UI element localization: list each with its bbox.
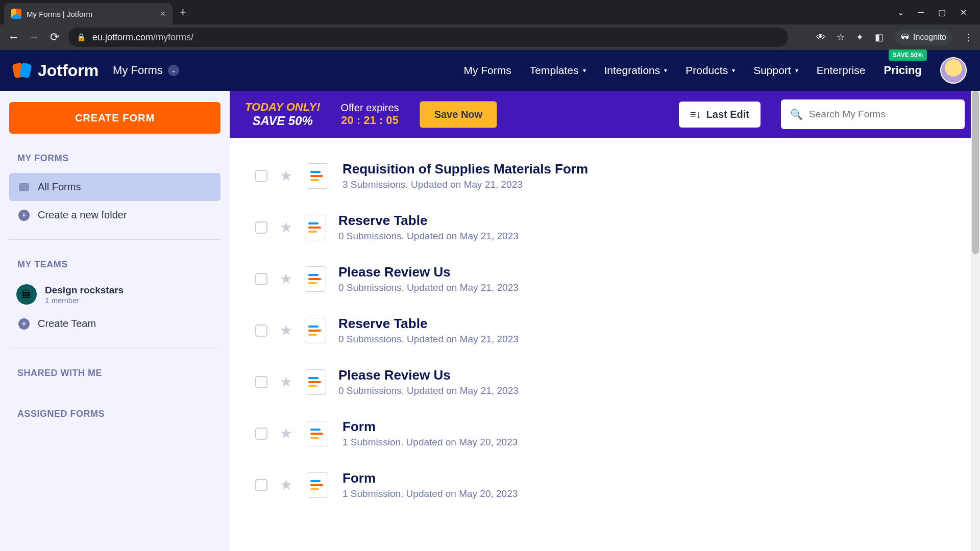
chrome-menu-icon[interactable]: ⋮ — [964, 32, 973, 43]
folder-icon — [18, 182, 30, 193]
nav-templates[interactable]: Templates▾ — [530, 64, 586, 77]
checkbox[interactable] — [255, 479, 267, 491]
reload-icon[interactable]: ⟳ — [48, 31, 61, 44]
sidebar-item-new-folder[interactable]: + Create a new folder — [9, 201, 220, 229]
star-icon[interactable]: ★ — [280, 219, 292, 236]
form-list: ★Requisition of Supplies Materials Form3… — [230, 138, 980, 551]
search-box[interactable]: 🔍 — [781, 99, 965, 129]
bookmark-star-icon[interactable]: ☆ — [837, 32, 845, 43]
side-panel-icon[interactable]: ◧ — [875, 32, 884, 43]
minimize-icon[interactable]: ─ — [918, 8, 924, 17]
form-type-icon — [307, 421, 328, 446]
nav-support[interactable]: Support▾ — [753, 64, 798, 77]
form-meta: 0 Submissions. Updated on May 21, 2023 — [338, 282, 519, 293]
search-input[interactable] — [809, 109, 955, 120]
checkbox[interactable] — [255, 428, 267, 440]
form-row[interactable]: ★Please Review Us0 Submissions. Updated … — [250, 253, 960, 305]
extensions-icon[interactable]: ✦ — [856, 32, 864, 43]
incognito-indicator[interactable]: 🕶 Incognito — [895, 30, 952, 45]
form-type-icon — [305, 369, 326, 395]
tab-search-icon[interactable]: ⌄ — [897, 8, 904, 17]
star-icon[interactable]: ★ — [280, 477, 292, 493]
form-title: Form — [342, 419, 518, 435]
workspace-dropdown[interactable]: My Forms ⌄ — [113, 64, 179, 77]
star-icon[interactable]: ★ — [280, 167, 292, 184]
nav-my-forms[interactable]: My Forms — [463, 64, 511, 77]
sidebar-heading-assigned: ASSIGNED FORMS — [17, 409, 220, 419]
nav-products[interactable]: Products▾ — [685, 64, 735, 77]
checkbox[interactable] — [255, 273, 267, 285]
checkbox[interactable] — [255, 170, 267, 182]
form-meta: 0 Submissions. Updated on May 21, 2023 — [338, 385, 519, 396]
sidebar-item-create-team[interactable]: + Create Team — [9, 310, 220, 338]
form-title: Please Review Us — [338, 367, 519, 383]
chevron-down-icon: ⌄ — [168, 65, 179, 76]
tab-title: My Forms | Jotform — [27, 10, 92, 18]
avatar[interactable] — [940, 57, 967, 84]
form-row[interactable]: ★Please Review Us0 Submissions. Updated … — [250, 356, 960, 408]
form-meta: 1 Submission. Updated on May 20, 2023 — [342, 437, 518, 448]
url-domain: eu.jotform.com — [92, 32, 153, 42]
tab-close-icon[interactable]: × — [160, 9, 165, 19]
nav-integrations[interactable]: Integrations▾ — [604, 64, 668, 77]
sidebar-heading-shared: SHARED WITH ME — [17, 368, 220, 379]
form-meta: 1 Submission. Updated on May 20, 2023 — [342, 488, 518, 499]
sidebar-team-item[interactable]: 🏛 Design rockstars 1 member — [9, 279, 220, 310]
form-row[interactable]: ★Reserve Table0 Submissions. Updated on … — [250, 305, 960, 356]
maximize-icon[interactable]: ▢ — [938, 8, 946, 17]
promo-line2: SAVE 50% — [245, 114, 321, 128]
scrollbar-thumb[interactable] — [972, 91, 979, 254]
form-type-icon — [305, 318, 326, 343]
top-nav: Jotform My Forms ⌄ My Forms Templates▾ I… — [0, 50, 980, 91]
form-title: Requisition of Supplies Materials Form — [342, 161, 588, 177]
sidebar-item-label: Create a new folder — [38, 209, 127, 221]
star-icon[interactable]: ★ — [280, 322, 292, 339]
divider — [9, 239, 220, 240]
sidebar-heading-my-teams: MY TEAMS — [17, 259, 220, 270]
divider — [9, 348, 220, 348]
chevron-down-icon: ▾ — [583, 67, 586, 74]
nav-pricing[interactable]: SAVE 50% Pricing — [884, 64, 922, 77]
close-window-icon[interactable]: ✕ — [960, 8, 967, 17]
team-name: Design rockstars — [45, 285, 124, 296]
search-icon: 🔍 — [790, 108, 803, 120]
form-meta: 3 Submissions. Updated on May 21, 2023 — [342, 179, 588, 190]
scrollbar-track[interactable] — [971, 91, 980, 551]
form-title: Please Review Us — [338, 264, 519, 280]
divider — [9, 389, 220, 389]
star-icon[interactable]: ★ — [280, 373, 292, 390]
back-icon[interactable]: ← — [7, 31, 20, 44]
team-subtitle: 1 member — [45, 296, 124, 305]
save-now-button[interactable]: Save Now — [420, 101, 497, 128]
new-tab-button[interactable]: + — [180, 6, 186, 19]
promo-banner: TODAY ONLY! SAVE 50% Offer expires 20 : … — [230, 91, 980, 138]
nav-enterprise[interactable]: Enterprise — [817, 64, 866, 77]
chevron-down-icon: ▾ — [795, 67, 798, 74]
sidebar-item-all-forms[interactable]: All Forms — [9, 173, 220, 201]
promo-line1: TODAY ONLY! — [245, 101, 321, 114]
incognito-label: Incognito — [913, 33, 946, 42]
address-bar[interactable]: 🔒 eu.jotform.com/myforms/ — [68, 28, 788, 47]
star-icon[interactable]: ★ — [280, 425, 292, 442]
form-meta: 0 Submissions. Updated on May 21, 2023 — [338, 334, 519, 345]
plus-circle-icon: + — [18, 318, 30, 330]
form-row[interactable]: ★Requisition of Supplies Materials Form3… — [250, 150, 960, 202]
sort-button[interactable]: ≡↓ Last Edit — [679, 102, 761, 128]
logo[interactable]: Jotform — [13, 61, 99, 80]
checkbox[interactable] — [255, 324, 267, 337]
eye-off-icon[interactable]: 👁 — [816, 32, 825, 43]
url-path: /myforms/ — [153, 32, 193, 42]
checkbox[interactable] — [255, 221, 267, 234]
form-row[interactable]: ★Reserve Table0 Submissions. Updated on … — [250, 202, 960, 253]
expires-timer: 20 : 21 : 05 — [341, 114, 399, 127]
browser-tab[interactable]: My Forms | Jotform × — [4, 3, 173, 24]
form-row[interactable]: ★Form1 Submission. Updated on May 20, 20… — [250, 459, 960, 511]
brand-text: Jotform — [38, 61, 99, 80]
create-form-button[interactable]: CREATE FORM — [9, 102, 220, 134]
checkbox[interactable] — [255, 376, 267, 388]
star-icon[interactable]: ★ — [280, 270, 292, 287]
form-type-icon — [305, 266, 326, 292]
chevron-down-icon: ▾ — [664, 67, 667, 74]
form-row[interactable]: ★Form1 Submission. Updated on May 20, 20… — [250, 408, 960, 459]
expires-label: Offer expires — [341, 102, 399, 114]
